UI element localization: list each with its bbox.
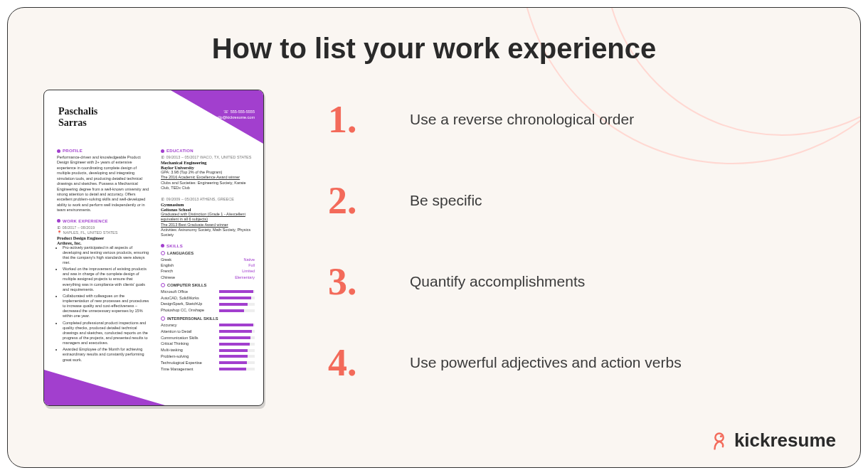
skill-row: DesignSpark, SketchUp: [161, 301, 255, 307]
first-name: Paschalis: [58, 106, 97, 117]
svg-point-1: [720, 434, 722, 437]
info-card: How to list your work experience Paschal…: [7, 7, 861, 468]
tip-number: 4.: [328, 343, 371, 382]
resume-left-column: PROFILE Performance-driven and knowledge…: [57, 149, 151, 374]
skill-row: Communication Skills: [161, 335, 255, 341]
list-item: Completed professional product inspectio…: [63, 321, 151, 346]
skill-row: Microsoft Office: [161, 289, 255, 295]
resume-right-column: EDUCATION 🗓 09/2013 – 05/2017 WACO, TX, …: [161, 149, 255, 374]
tip-text: Use powerful adjectives and action verbs: [410, 354, 682, 371]
skill-row: Time Management: [161, 366, 255, 373]
language-row: EnglishFull: [161, 262, 255, 268]
tip-item: 3. Quantify accomplishments: [328, 262, 803, 301]
language-row: FrenchLimited: [161, 268, 255, 274]
decorative-shape: [44, 370, 165, 405]
resume-preview: Paschalis Sarras ☏ 555-555-5555 ✉ hello@…: [43, 90, 264, 406]
skills-sub: INTERPERSONAL SKILLS: [161, 316, 255, 321]
list-item: Worked on the improvement of existing pr…: [63, 267, 151, 292]
work-bullets: Pro-actively participated in all aspects…: [57, 245, 151, 363]
skill-row: Multi-tasking: [161, 347, 255, 353]
skills-sub: COMPUTER SKILLS: [161, 283, 255, 287]
kickresume-icon: [710, 432, 729, 450]
brand-logo: kickresume: [710, 429, 836, 452]
edu-title: Gymnasium: [161, 202, 255, 207]
tip-text: Quantify accomplishments: [410, 273, 585, 290]
list-item: Awarded Employee of the Month for achiev…: [63, 347, 151, 362]
section-heading: WORK EXPERIENCE: [57, 219, 151, 223]
skill-row: Technological Expertise: [161, 360, 255, 366]
skills-sub: LANGUAGES: [161, 251, 255, 255]
interpersonal-skills-list: AccuracyAttention to DetailCommunication…: [161, 322, 255, 372]
tip-text: Be specific: [410, 192, 482, 209]
edu-title: Mechanical Engineering: [161, 160, 255, 165]
edu-details: GPA: 3.98 (Top 2% of the Program) The 20…: [161, 170, 255, 191]
skill-row: AutoCAD, SolidWorks: [161, 295, 255, 301]
tip-text: Use a reverse chronological order: [410, 111, 634, 128]
tip-number: 3.: [328, 262, 371, 301]
work-location: 📍 NAPLES, FL, UNITED STATES: [57, 230, 151, 235]
last-name: Sarras: [58, 117, 87, 128]
brand-text: kickresume: [734, 429, 836, 452]
tip-number: 1.: [328, 100, 371, 139]
edu-school: Baylor University: [161, 165, 255, 170]
svg-point-0: [715, 433, 723, 441]
profile-text: Performance-driven and knowledgeable Pro…: [57, 155, 151, 213]
work-title: Product Design Engineer: [57, 235, 151, 240]
section-heading: EDUCATION: [161, 149, 255, 153]
tip-item: 4. Use powerful adjectives and action ve…: [328, 343, 803, 382]
resume-contact: ☏ 555-555-5555 ✉ hello@kickresume.com: [210, 109, 255, 121]
tip-item: 1. Use a reverse chronological order: [328, 100, 803, 139]
tip-item: 2. Be specific: [328, 181, 803, 220]
edu-meta: 🗓 09/2009 – 05/2013 ATHENS, GREECE: [161, 197, 255, 201]
skill-row: Photoshop CC, Onshape: [161, 307, 255, 314]
skill-row: Critical Thinking: [161, 341, 255, 347]
computer-skills-list: Microsoft OfficeAutoCAD, SolidWorksDesig…: [161, 289, 255, 314]
language-row: GreekNative: [161, 257, 255, 262]
skill-row: Accuracy: [161, 322, 255, 329]
language-row: ChineseElementary: [161, 274, 255, 280]
list-item: Collaborated with colleagues on the impl…: [63, 294, 151, 319]
page-title: How to list your work experience: [8, 33, 860, 65]
skill-row: Problem-solving: [161, 353, 255, 360]
email: hello@kickresume.com: [214, 115, 255, 119]
skill-row: Attention to Detail: [161, 329, 255, 335]
work-company: Arthrex, Inc.: [57, 240, 151, 245]
section-heading: PROFILE: [57, 149, 151, 153]
phone: 555-555-5555: [231, 110, 255, 114]
section-heading: SKILLS: [161, 244, 255, 248]
tip-number: 2.: [328, 181, 371, 220]
edu-meta: 🗓 09/2013 – 05/2017 WACO, TX, UNITED STA…: [161, 155, 255, 159]
edu-school: Geitonas School: [161, 207, 255, 212]
languages-list: GreekNativeEnglishFullFrenchLimitedChine…: [161, 257, 255, 280]
work-dates: 🗓 08/2017 – 08/2019: [57, 225, 151, 230]
list-item: Pro-actively participated in all aspects…: [63, 245, 151, 266]
tips-list: 1. Use a reverse chronological order 2. …: [328, 100, 803, 425]
edu-details: Graduated with Distinction (Grade 1 - A/…: [161, 212, 255, 238]
resume-name: Paschalis Sarras: [58, 106, 97, 129]
